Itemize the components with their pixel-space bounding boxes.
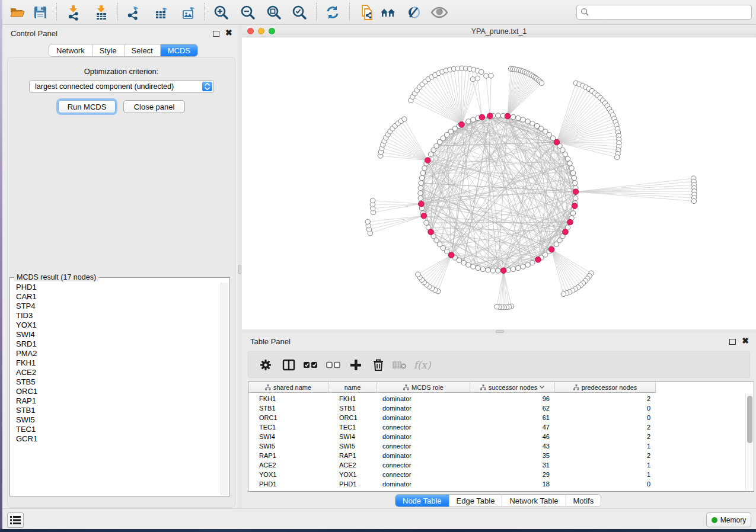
- deselect-all-icon[interactable]: [324, 356, 342, 374]
- table-cell-predecessor_nodes[interactable]: 2: [248, 451, 650, 460]
- mcds-result-item[interactable]: RAP1: [11, 396, 220, 406]
- tab-network[interactable]: Network: [49, 44, 92, 56]
- mcds-result-item[interactable]: CAR1: [11, 292, 220, 302]
- tab-select[interactable]: Select: [125, 44, 161, 56]
- zoom-fit-icon[interactable]: [264, 2, 284, 23]
- close-panel-button[interactable]: Close panel: [123, 100, 185, 113]
- main-toolbar: [2, 0, 756, 25]
- tab-node-table[interactable]: Node Table: [395, 495, 449, 507]
- close-panel-icon[interactable]: ✖: [742, 336, 749, 345]
- search-icon: [580, 8, 589, 17]
- mcds-list-scrollbar[interactable]: [221, 283, 228, 495]
- vertical-splitter[interactable]: [238, 25, 242, 508]
- mcds-result-item[interactable]: SWI4: [11, 330, 220, 339]
- open-folder-icon[interactable]: [7, 2, 27, 23]
- float-panel-icon[interactable]: [213, 30, 219, 39]
- mcds-result-item[interactable]: PHD1: [11, 283, 220, 292]
- mcds-result-item[interactable]: SWI5: [11, 415, 220, 425]
- memory-status-icon: [712, 517, 717, 523]
- table-cell-predecessor_nodes[interactable]: 2: [248, 394, 650, 403]
- mcds-result-item[interactable]: ORC1: [11, 387, 220, 396]
- table-cell-predecessor_nodes[interactable]: 0: [248, 413, 650, 422]
- network-window-titlebar[interactable]: YPA_prune.txt_1: [242, 25, 756, 37]
- clone-network-icon[interactable]: [357, 2, 377, 23]
- gear-icon[interactable]: [257, 356, 275, 374]
- table-scrollbar-thumb[interactable]: [747, 396, 752, 443]
- column-header-MCDS-role[interactable]: MCDS role: [377, 382, 470, 393]
- add-column-icon[interactable]: [347, 356, 365, 374]
- shared-column-icon: [265, 384, 271, 390]
- table-cell-predecessor_nodes[interactable]: 1: [248, 470, 650, 479]
- delete-icon[interactable]: [369, 356, 387, 374]
- global-search-input[interactable]: [589, 7, 748, 18]
- close-panel-icon[interactable]: ✖: [225, 28, 232, 37]
- mcds-result-item[interactable]: TEC1: [11, 425, 220, 434]
- optimization-criterion-select[interactable]: largest connected component (undirected): [29, 80, 214, 93]
- mcds-result-item[interactable]: FKH1: [11, 358, 220, 368]
- mcds-result-item[interactable]: STP4: [11, 302, 220, 311]
- run-mcds-button[interactable]: Run MCDS: [58, 100, 116, 113]
- home-networks-icon[interactable]: [378, 2, 398, 23]
- sort-arrow-icon: [540, 386, 544, 389]
- network-graph[interactable]: [242, 38, 756, 329]
- export-image-icon[interactable]: [179, 2, 199, 23]
- app-window: Control Panel ✖ NetworkStyleSelectMCDS O…: [2, 0, 756, 529]
- mcds-result-item[interactable]: STB5: [11, 377, 220, 387]
- zoom-in-icon[interactable]: [211, 2, 231, 23]
- tab-mcds[interactable]: MCDS: [161, 44, 197, 56]
- mcds-result-item[interactable]: GCR1: [11, 434, 220, 444]
- zoom-out-icon[interactable]: [238, 2, 258, 23]
- save-icon[interactable]: [30, 2, 50, 23]
- table-cell-predecessor_nodes[interactable]: 2: [248, 422, 650, 432]
- mcds-result-item[interactable]: ACE2: [11, 368, 220, 377]
- global-search: [576, 5, 752, 20]
- import-network-icon[interactable]: [63, 2, 84, 23]
- table-cell-predecessor_nodes[interactable]: 1: [248, 460, 650, 470]
- table-scrollbar[interactable]: [745, 393, 753, 491]
- toolbar-separator: [56, 3, 57, 21]
- mcds-result-item[interactable]: TID3: [11, 311, 220, 321]
- tab-style[interactable]: Style: [92, 44, 125, 56]
- column-header-successor-nodes[interactable]: successor nodes: [470, 382, 555, 393]
- mcds-result-item[interactable]: YOX1: [11, 321, 220, 330]
- tab-motifs[interactable]: Motifs: [566, 495, 601, 507]
- shared-column-icon: [573, 384, 579, 390]
- tab-edge-table[interactable]: Edge Table: [449, 495, 503, 507]
- function-fx-icon[interactable]: f(x): [413, 356, 431, 374]
- toolbar-separator: [349, 3, 350, 21]
- export-network-icon[interactable]: [123, 2, 143, 23]
- table-panel: Table Panel ✖: [242, 334, 756, 508]
- table-cell-predecessor_nodes[interactable]: 0: [248, 479, 650, 489]
- tab-network-table[interactable]: Network Table: [502, 495, 566, 507]
- mcds-result-item[interactable]: PMA2: [11, 349, 220, 358]
- column-header-shared-name[interactable]: shared name: [248, 382, 328, 393]
- column-header-name[interactable]: name: [328, 382, 377, 393]
- refresh-icon[interactable]: [323, 2, 343, 23]
- split-panel-icon[interactable]: [280, 356, 298, 374]
- delete-table-icon[interactable]: [391, 356, 409, 374]
- select-all-icon[interactable]: [302, 356, 320, 374]
- mcds-result-item[interactable]: SRD1: [11, 339, 220, 349]
- splitter-grip[interactable]: [496, 330, 504, 333]
- toolbar-separator: [316, 3, 317, 21]
- toggle-graphics-icon[interactable]: [404, 2, 424, 23]
- network-canvas[interactable]: [242, 38, 756, 329]
- table-tabbar: Node TableEdge TableNetwork TableMotifs: [395, 494, 601, 507]
- mcds-result-item[interactable]: STB1: [11, 406, 220, 415]
- task-history-icon[interactable]: [7, 512, 24, 528]
- zoom-selected-icon[interactable]: [289, 2, 310, 23]
- import-table-icon[interactable]: [91, 2, 111, 23]
- export-table-icon[interactable]: [152, 2, 172, 23]
- horizontal-splitter[interactable]: [242, 329, 756, 334]
- table-cell-predecessor_nodes[interactable]: 1: [248, 441, 650, 451]
- memory-button[interactable]: Memory: [706, 512, 751, 527]
- show-hide-eye-icon[interactable]: [429, 2, 449, 23]
- splitter-grip[interactable]: [238, 265, 241, 274]
- float-panel-icon[interactable]: [729, 338, 736, 347]
- column-header-predecessor-nodes[interactable]: predecessor nodes: [555, 382, 656, 393]
- table-cell-predecessor_nodes[interactable]: 2: [248, 432, 650, 441]
- select-stepper-icon: [202, 82, 212, 91]
- table-cell-predecessor_nodes[interactable]: 0: [248, 403, 650, 413]
- control-panel-tabbar: NetworkStyleSelectMCDS: [49, 44, 198, 57]
- memory-label: Memory: [720, 516, 746, 524]
